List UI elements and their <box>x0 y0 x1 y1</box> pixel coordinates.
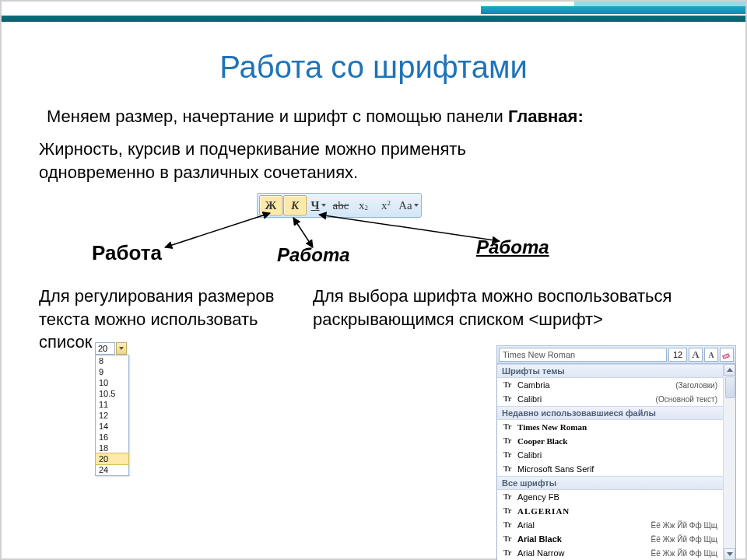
font-family-option[interactable]: TrArial NarrowЁё Жж Йй Фф Щщ <box>497 546 724 560</box>
truetype-icon: Tr <box>503 394 513 404</box>
font-size-list[interactable]: 891010.511121416182024 <box>95 355 129 476</box>
font-size-option[interactable]: 8 <box>96 355 128 366</box>
font-family-panel: Шрифты темыTrCambria(Заголовки)TrCalibri… <box>496 364 736 560</box>
font-size-option[interactable]: 20 <box>96 453 128 464</box>
font-size-option[interactable]: 16 <box>96 432 128 443</box>
subtitle-text: Меняем размер, начертание и шрифт с помо… <box>47 107 508 126</box>
font-section-header: Шрифты темы <box>497 364 724 378</box>
truetype-icon: Tr <box>503 506 513 516</box>
font-name: Microsoft Sans Serif <box>517 464 594 474</box>
strike-glyph: abc <box>333 199 349 212</box>
font-name: Cooper Black <box>517 436 567 446</box>
paragraph-1: Жирность, курсив и подчеркивание можно п… <box>39 138 506 184</box>
bold-button[interactable]: Ж <box>259 195 282 215</box>
font-family-option[interactable]: TrCambria(Заголовки) <box>497 378 724 392</box>
bold-glyph: Ж <box>265 199 277 212</box>
superscript-base: x <box>381 199 388 212</box>
eraser-icon <box>722 350 731 359</box>
font-size-option[interactable]: 14 <box>96 421 128 432</box>
font-sample: Ёё Жж Йй Фф Щщ <box>651 535 717 544</box>
column-right-text: Для выбора шрифта можно воспользоваться … <box>313 285 733 331</box>
truetype-icon: Tr <box>503 534 513 544</box>
truetype-icon: Tr <box>503 422 513 432</box>
font-size-input[interactable]: 20 <box>95 342 115 355</box>
font-name: Times New Roman <box>517 422 587 432</box>
font-name: Agency FB <box>517 492 559 502</box>
font-size-dropdown-button[interactable] <box>116 342 127 355</box>
scroll-thumb[interactable] <box>725 376 735 398</box>
italic-glyph: К <box>291 199 299 212</box>
font-sample: Ёё Жж Йй Фф Щщ <box>651 549 717 558</box>
font-section-header: Все шрифты <box>497 476 724 490</box>
font-name: Cambria <box>517 380 550 390</box>
superscript-sup: 2 <box>388 199 391 207</box>
scroll-up-button[interactable] <box>724 364 735 376</box>
strikethrough-button[interactable]: abc <box>330 196 352 215</box>
font-family-option[interactable]: TrALGERIAN <box>497 504 724 518</box>
font-section-header: Недавно использовавшиеся файлы <box>497 406 724 420</box>
font-family-option[interactable]: TrCooper Black <box>497 434 724 448</box>
font-name: Calibri <box>517 450 542 460</box>
truetype-icon: Tr <box>503 436 513 446</box>
svg-line-2 <box>319 215 500 241</box>
slide-title: Работа со шрифтами <box>2 50 745 85</box>
font-family-option[interactable]: TrMicrosoft Sans Serif <box>497 462 724 476</box>
truetype-icon: Tr <box>503 380 513 390</box>
truetype-icon: Tr <box>503 548 513 558</box>
font-name: Arial Narrow <box>517 548 565 558</box>
font-size-option[interactable]: 18 <box>96 443 128 453</box>
underline-glyph: Ч <box>310 199 319 212</box>
subtitle: Меняем размер, начертание и шрифт с помо… <box>47 107 584 127</box>
font-size-option[interactable]: 12 <box>96 410 128 421</box>
italic-button[interactable]: К <box>283 195 307 215</box>
font-family-option[interactable]: TrAgency FB <box>497 490 724 504</box>
font-family-option[interactable]: TrArialЁё Жж Йй Фф Щщ <box>497 518 724 532</box>
font-size-widget: 20 891010.511121416182024 <box>95 342 139 476</box>
underline-button[interactable]: Ч <box>307 196 329 215</box>
superscript-button[interactable]: x2 <box>375 196 397 215</box>
scrollbar[interactable] <box>723 364 735 560</box>
svg-line-0 <box>165 213 270 247</box>
font-size-mini-input[interactable]: 12 <box>668 348 687 362</box>
svg-line-1 <box>293 218 313 247</box>
chevron-down-icon <box>727 552 733 556</box>
chevron-up-icon <box>727 368 733 372</box>
font-family-option[interactable]: TrArial BlackЁё Жж Йй Фф Щщ <box>497 532 724 546</box>
clear-formatting-button[interactable] <box>720 348 734 362</box>
grow-font-button[interactable]: A <box>689 348 703 362</box>
font-sample: Ёё Жж Йй Фф Щщ <box>651 521 717 530</box>
decorative-banner <box>2 2 745 25</box>
case-glyph: Aa <box>398 199 412 212</box>
font-size-option[interactable]: 10.5 <box>96 388 128 399</box>
slide: Работа со шрифтами Меняем размер, начерт… <box>0 0 747 560</box>
change-case-button[interactable]: Aa <box>398 196 419 215</box>
scroll-down-button[interactable] <box>724 548 735 560</box>
font-family-input[interactable]: Times New Roman <box>499 348 667 362</box>
font-toolbar-row: Times New Roman 12 A A <box>496 345 736 364</box>
font-name: ALGERIAN <box>517 506 570 516</box>
subscript-button[interactable]: x2 <box>352 196 374 215</box>
truetype-icon: Tr <box>503 450 513 460</box>
example-bold: Работа <box>92 241 162 265</box>
font-size-option[interactable]: 11 <box>96 399 128 410</box>
font-name: Arial Black <box>517 534 562 544</box>
chevron-down-icon <box>414 204 419 207</box>
font-name: Calibri <box>517 394 542 404</box>
subtitle-bold: Главная: <box>508 107 584 126</box>
font-size-option[interactable]: 10 <box>96 377 128 388</box>
font-family-option[interactable]: TrTimes New Roman <box>497 420 724 434</box>
example-underline: Работа <box>476 236 549 258</box>
chevron-down-icon <box>119 347 124 350</box>
font-note: (Основной текст) <box>656 395 717 404</box>
column-left-text: Для регулирования размеров текста можно … <box>39 285 296 354</box>
font-note: (Заголовки) <box>675 381 717 390</box>
shrink-font-button[interactable]: A <box>704 348 718 362</box>
font-family-option[interactable]: TrCalibri(Основной текст) <box>497 392 724 406</box>
subscript-sub: 2 <box>365 204 369 212</box>
font-size-option[interactable]: 24 <box>96 464 128 475</box>
font-size-option[interactable]: 9 <box>96 366 128 377</box>
font-family-option[interactable]: TrCalibri <box>497 448 724 462</box>
font-family-widget: Times New Roman 12 A A Шрифты темыTrCamb… <box>496 345 736 560</box>
chevron-down-icon <box>321 204 326 207</box>
truetype-icon: Tr <box>503 492 513 502</box>
